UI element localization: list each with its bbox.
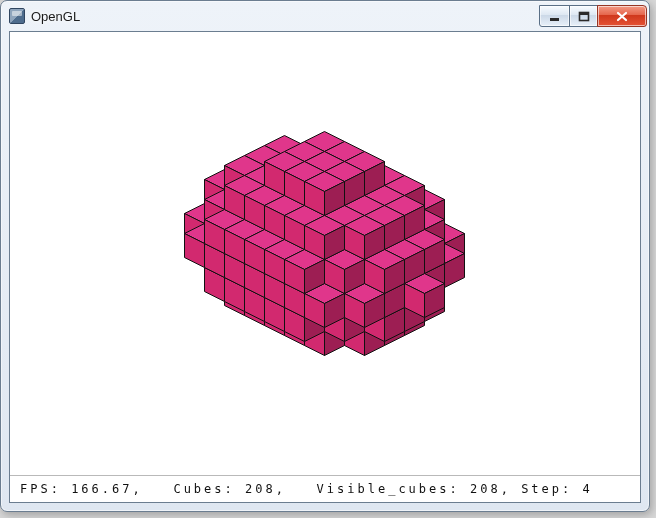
- app-window: OpenGL FPS: 166.67, Cubes: 208,: [0, 0, 650, 512]
- close-icon: [615, 11, 629, 22]
- client-area: FPS: 166.67, Cubes: 208, Visible_cubes: …: [9, 31, 641, 503]
- svg-rect-0: [550, 18, 559, 21]
- cubes-value: 208: [245, 482, 276, 496]
- minimize-icon: [549, 11, 560, 22]
- visible-value: 208: [470, 482, 501, 496]
- window-title: OpenGL: [31, 9, 540, 24]
- visible-label: Visible_cubes:: [317, 482, 460, 496]
- step-label: Step:: [521, 482, 572, 496]
- cubes-label: Cubes:: [173, 482, 234, 496]
- status-bar: FPS: 166.67, Cubes: 208, Visible_cubes: …: [10, 475, 640, 502]
- fps-value: 166.67: [71, 482, 132, 496]
- window-buttons: [540, 5, 647, 27]
- app-icon: [9, 8, 25, 24]
- voxel-svg: [183, 129, 467, 357]
- maximize-button[interactable]: [569, 5, 598, 27]
- titlebar[interactable]: OpenGL: [1, 1, 649, 31]
- minimize-button[interactable]: [539, 5, 570, 27]
- gl-viewport[interactable]: [10, 32, 640, 502]
- close-button[interactable]: [597, 5, 647, 27]
- fps-label: FPS:: [20, 482, 61, 496]
- step-value: 4: [582, 482, 592, 496]
- svg-rect-2: [579, 12, 589, 15]
- voxel-scene: [325, 243, 326, 244]
- maximize-icon: [578, 11, 590, 22]
